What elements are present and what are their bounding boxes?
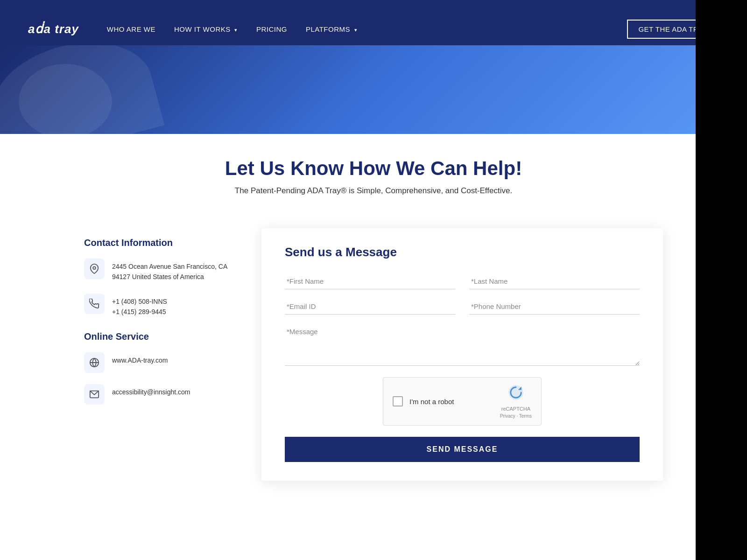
page-header: Let Us Know How We Can Help! The Patent-… bbox=[0, 134, 747, 205]
website-item: www.ADA-tray.com bbox=[84, 352, 243, 373]
nav-platforms[interactable]: PLATFORMS ▾ bbox=[306, 25, 357, 33]
form-title: Send us a Message bbox=[285, 245, 640, 259]
platforms-caret: ▾ bbox=[354, 27, 358, 33]
captcha-checkbox[interactable] bbox=[393, 396, 403, 406]
address-text: 2445 Ocean Avenue San Francisco, CA 9412… bbox=[112, 259, 243, 282]
contact-info-title: Contact Information bbox=[84, 238, 243, 248]
send-message-button[interactable]: SEND MESSAGE bbox=[285, 437, 640, 462]
page-subheading: The Patent-Pending ADA Tray® is Simple, … bbox=[37, 186, 710, 196]
first-name-field bbox=[285, 273, 455, 289]
right-black-bar bbox=[696, 0, 747, 560]
nav-pricing[interactable]: PRICING bbox=[256, 25, 287, 33]
phone-field bbox=[469, 299, 640, 315]
nav-how-it-works[interactable]: HOW IT WORKS ▾ bbox=[174, 25, 238, 33]
phone-item: +1 (408) 508-INNS +1 (415) 289-9445 bbox=[84, 294, 243, 317]
svg-point-0 bbox=[93, 266, 96, 269]
globe-icon bbox=[84, 352, 105, 373]
logo[interactable]: aḋa tray bbox=[28, 21, 79, 36]
contact-form: Send us a Message I'm not a robot bbox=[261, 228, 663, 481]
nav-links: WHO ARE WE HOW IT WORKS ▾ PRICING PLATFO… bbox=[107, 20, 719, 39]
navbar: aḋa tray WHO ARE WE HOW IT WORKS ▾ PRICI… bbox=[0, 13, 747, 45]
name-row bbox=[285, 273, 640, 289]
recaptcha-icon bbox=[507, 384, 524, 404]
last-name-input[interactable] bbox=[469, 273, 640, 289]
how-it-works-caret: ▾ bbox=[234, 27, 238, 33]
contact-row bbox=[285, 299, 640, 315]
recaptcha-links: Privacy · Terms bbox=[500, 413, 532, 419]
online-service-title: Online Service bbox=[84, 331, 243, 342]
last-name-field bbox=[469, 273, 640, 289]
main-content: Contact Information 2445 Ocean Avenue Sa… bbox=[47, 205, 700, 518]
email-icon bbox=[84, 384, 105, 405]
message-field bbox=[285, 324, 640, 366]
email-field bbox=[285, 299, 455, 315]
nav-who-are-we[interactable]: WHO ARE WE bbox=[107, 25, 155, 33]
email-text: accessibility@innsight.com bbox=[112, 384, 190, 397]
captcha-left: I'm not a robot bbox=[393, 396, 454, 406]
page-heading: Let Us Know How We Can Help! bbox=[37, 157, 710, 180]
captcha-box: I'm not a robot reCAPTCHA Privacy · Term… bbox=[383, 377, 542, 426]
phone-input[interactable] bbox=[469, 299, 640, 315]
contact-info-section: Contact Information 2445 Ocean Avenue Sa… bbox=[84, 228, 261, 481]
address-item: 2445 Ocean Avenue San Francisco, CA 9412… bbox=[84, 259, 243, 282]
recaptcha-brand: reCAPTCHA bbox=[501, 406, 530, 412]
phone-line2: +1 (415) 289-9445 bbox=[112, 308, 166, 315]
top-bar: Log In bbox=[0, 0, 747, 13]
location-icon bbox=[84, 259, 105, 279]
hero-banner bbox=[0, 45, 747, 134]
phone-line1: +1 (408) 508-INNS bbox=[112, 298, 167, 305]
first-name-input[interactable] bbox=[285, 273, 455, 289]
phone-text: +1 (408) 508-INNS +1 (415) 289-9445 bbox=[112, 294, 167, 317]
message-input[interactable] bbox=[285, 324, 640, 366]
captcha-label: I'm not a robot bbox=[409, 398, 454, 406]
phone-icon bbox=[84, 294, 105, 314]
captcha-right: reCAPTCHA Privacy · Terms bbox=[500, 384, 532, 419]
email-item: accessibility@innsight.com bbox=[84, 384, 243, 405]
website-text: www.ADA-tray.com bbox=[112, 352, 168, 365]
email-input[interactable] bbox=[285, 299, 455, 315]
